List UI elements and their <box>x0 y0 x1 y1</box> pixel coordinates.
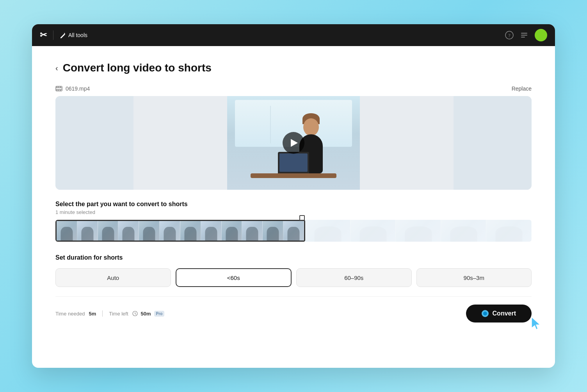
svg-text:?: ? <box>508 32 511 38</box>
pro-badge: Pro <box>154 311 165 317</box>
svg-rect-10 <box>60 86 61 87</box>
video-bg-left <box>55 96 133 190</box>
film-frame-11 <box>263 221 283 241</box>
convert-label: Convert <box>493 310 516 317</box>
duration-lt60s-btn[interactable]: <60s <box>176 268 292 287</box>
footer-bar: Time needed 5m Time left 50m Pro <box>55 296 532 323</box>
navbar: ✂ All tools ? <box>32 24 555 46</box>
cursor-icon <box>529 315 545 331</box>
film-frame-10 <box>242 221 263 241</box>
file-name-label: 0619.mp4 <box>66 86 90 92</box>
timeline-handle[interactable] <box>299 215 305 221</box>
duration-section: Set duration for shorts Auto <60s 60–90s… <box>55 254 532 287</box>
film-frame-12 <box>283 221 304 241</box>
timeline-container[interactable] <box>55 220 532 242</box>
film-frame-8 <box>201 221 222 241</box>
back-button[interactable]: ‹ <box>55 64 58 72</box>
film-frame-9 <box>222 221 242 241</box>
desk <box>251 173 336 178</box>
play-button[interactable] <box>283 132 304 154</box>
person-head <box>303 118 319 136</box>
svg-rect-6 <box>56 87 62 88</box>
file-info: 0619.mp4 <box>55 85 90 92</box>
svg-marker-15 <box>532 317 540 330</box>
timeline-selected-region[interactable] <box>55 220 305 242</box>
film-frame-13 <box>305 220 350 242</box>
duration-90s-3m-btn[interactable]: 90s–3m <box>416 268 532 287</box>
duration-buttons: Auto <60s 60–90s 90s–3m <box>55 268 532 287</box>
duration-auto-btn[interactable]: Auto <box>55 268 171 287</box>
svg-rect-11 <box>57 90 57 91</box>
timeline-section: Select the part you want to convert to s… <box>55 201 532 254</box>
replace-button[interactable]: Replace <box>512 86 532 92</box>
convert-button[interactable]: Convert <box>466 305 532 323</box>
svg-rect-9 <box>59 86 59 87</box>
film-frame-3 <box>98 221 119 241</box>
navbar-right: ? <box>505 29 547 41</box>
nav-divider <box>53 30 53 40</box>
svg-rect-4 <box>521 37 525 37</box>
clock-icon <box>132 311 138 316</box>
film-frame-6 <box>160 221 180 241</box>
main-content: ‹ Convert long video to shorts 0619.mp4 <box>32 46 555 368</box>
all-tools-nav[interactable]: All tools <box>60 32 87 38</box>
film-frame-1 <box>57 221 77 241</box>
time-needed-value: 5m <box>89 311 96 317</box>
time-needed-label: Time needed <box>55 311 85 317</box>
help-icon-btn[interactable]: ? <box>505 31 514 39</box>
all-tools-label: All tools <box>68 32 87 38</box>
svg-rect-7 <box>56 89 62 90</box>
duration-60-90s-btn[interactable]: 60–90s <box>296 268 412 287</box>
play-icon <box>291 139 298 147</box>
duration-title: Set duration for shorts <box>55 254 532 261</box>
page-title: Convert long video to shorts <box>63 62 212 74</box>
convert-inner-dot <box>483 312 487 315</box>
film-icon <box>55 85 62 92</box>
svg-rect-3 <box>521 35 527 36</box>
file-info-row: 0619.mp4 Replace <box>55 85 532 92</box>
footer-info: Time needed 5m Time left 50m Pro <box>55 310 164 317</box>
user-avatar[interactable] <box>535 29 547 41</box>
time-left-item: Time left 50m Pro <box>109 311 164 317</box>
svg-rect-13 <box>60 90 61 91</box>
timeline-unselected-region <box>305 220 532 242</box>
film-frame-17 <box>486 220 532 242</box>
laptop <box>278 152 309 173</box>
svg-rect-8 <box>57 86 57 87</box>
time-left-label: Time left <box>109 311 128 317</box>
film-frame-16 <box>441 220 486 242</box>
timeline-strip[interactable] <box>55 220 532 242</box>
svg-rect-2 <box>521 33 527 34</box>
svg-rect-12 <box>59 90 59 91</box>
page-header: ‹ Convert long video to shorts <box>55 62 532 74</box>
film-frame-15 <box>396 220 441 242</box>
video-preview <box>55 96 532 190</box>
timeline-subtitle: 1 minute selected <box>55 209 532 215</box>
app-window: ✂ All tools ? <box>32 24 555 368</box>
app-logo[interactable]: ✂ <box>40 30 47 40</box>
magic-wand-icon <box>60 32 66 38</box>
convert-dot-icon <box>482 310 489 317</box>
film-frame-5 <box>139 221 160 241</box>
film-frame-4 <box>118 221 139 241</box>
video-bg-right <box>454 96 532 190</box>
film-frame-2 <box>77 221 98 241</box>
film-frame-7 <box>180 221 201 241</box>
footer-divider <box>102 310 103 317</box>
film-frame-14 <box>350 220 396 242</box>
time-left-value: 50m <box>141 311 151 317</box>
menu-icon-btn[interactable] <box>520 31 528 39</box>
time-needed-item: Time needed 5m <box>55 311 96 317</box>
timeline-title: Select the part you want to convert to s… <box>55 201 532 208</box>
